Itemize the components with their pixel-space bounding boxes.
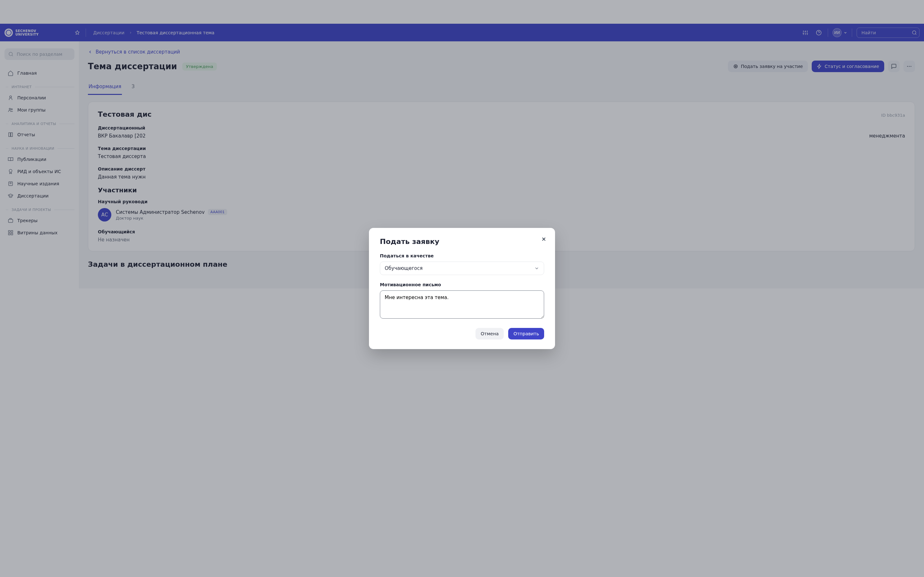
chevron-down-icon <box>534 266 540 271</box>
modal-title: Подать заявку <box>380 237 544 245</box>
role-select-value: Обучающегося <box>384 266 423 271</box>
letter-label: Мотивационное письмо <box>380 282 544 287</box>
modal-overlay[interactable]: Подать заявку Податься в качестве Обучаю… <box>0 0 924 288</box>
close-button[interactable] <box>541 236 547 242</box>
apply-modal: Подать заявку Податься в качестве Обучаю… <box>369 228 555 288</box>
role-select[interactable]: Обучающегося <box>380 261 544 275</box>
role-label: Податься в качестве <box>380 253 544 258</box>
close-icon <box>541 236 547 242</box>
